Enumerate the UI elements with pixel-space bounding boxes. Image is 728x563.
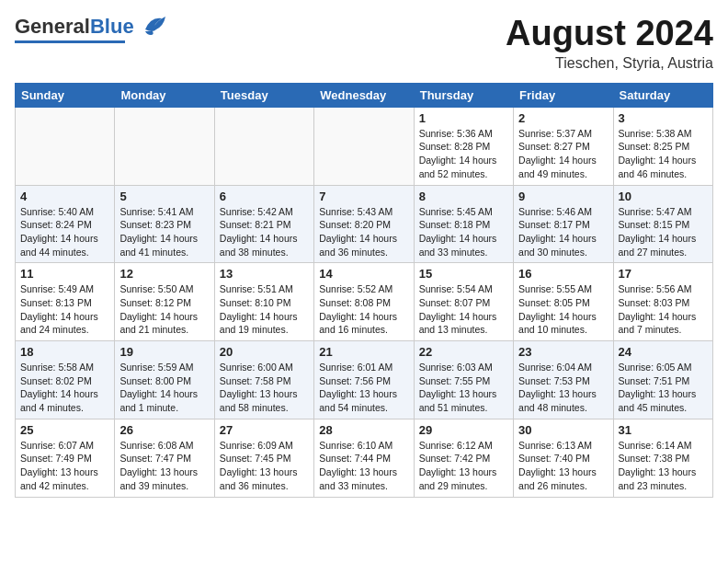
- day-info: Sunrise: 6:10 AM Sunset: 7:44 PM Dayligh…: [319, 439, 408, 493]
- calendar-day-17: 17Sunrise: 5:56 AM Sunset: 8:03 PM Dayli…: [613, 263, 712, 341]
- day-number: 24: [619, 345, 708, 359]
- logo: GeneralBlue: [15, 15, 169, 43]
- day-number: 25: [20, 423, 109, 437]
- calendar-empty-cell: [214, 107, 313, 185]
- day-number: 19: [119, 345, 209, 359]
- day-info: Sunrise: 6:08 AM Sunset: 7:47 PM Dayligh…: [119, 439, 209, 493]
- day-number: 27: [220, 423, 309, 437]
- day-number: 20: [220, 345, 309, 359]
- calendar-day-6: 6Sunrise: 5:42 AM Sunset: 8:21 PM Daylig…: [214, 185, 313, 263]
- day-number: 5: [119, 190, 209, 203]
- day-info: Sunrise: 6:05 AM Sunset: 7:51 PM Dayligh…: [619, 361, 708, 415]
- calendar-day-12: 12Sunrise: 5:50 AM Sunset: 8:12 PM Dayli…: [115, 263, 214, 341]
- weekday-header-tuesday: Tuesday: [214, 83, 313, 107]
- day-info: Sunrise: 5:42 AM Sunset: 8:21 PM Dayligh…: [220, 205, 309, 259]
- day-info: Sunrise: 6:01 AM Sunset: 7:56 PM Dayligh…: [319, 361, 408, 415]
- calendar-day-14: 14Sunrise: 5:52 AM Sunset: 8:08 PM Dayli…: [314, 263, 414, 341]
- day-info: Sunrise: 5:56 AM Sunset: 8:03 PM Dayligh…: [619, 282, 708, 337]
- day-info: Sunrise: 5:40 AM Sunset: 8:24 PM Dayligh…: [20, 205, 109, 259]
- day-info: Sunrise: 5:45 AM Sunset: 8:18 PM Dayligh…: [419, 205, 508, 259]
- day-number: 11: [20, 267, 109, 281]
- calendar-day-4: 4Sunrise: 5:40 AM Sunset: 8:24 PM Daylig…: [16, 185, 115, 263]
- calendar-week-row: 18Sunrise: 5:58 AM Sunset: 8:02 PM Dayli…: [16, 341, 713, 419]
- day-number: 26: [119, 423, 209, 437]
- calendar-day-7: 7Sunrise: 5:43 AM Sunset: 8:20 PM Daylig…: [314, 185, 414, 263]
- calendar-day-10: 10Sunrise: 5:47 AM Sunset: 8:15 PM Dayli…: [613, 185, 712, 263]
- day-info: Sunrise: 5:47 AM Sunset: 8:15 PM Dayligh…: [619, 205, 708, 259]
- calendar-day-9: 9Sunrise: 5:46 AM Sunset: 8:17 PM Daylig…: [514, 185, 613, 263]
- calendar-day-16: 16Sunrise: 5:55 AM Sunset: 8:05 PM Dayli…: [514, 263, 613, 341]
- calendar-week-row: 1Sunrise: 5:36 AM Sunset: 8:28 PM Daylig…: [16, 107, 713, 185]
- calendar-day-21: 21Sunrise: 6:01 AM Sunset: 7:56 PM Dayli…: [314, 341, 414, 419]
- day-info: Sunrise: 6:12 AM Sunset: 7:42 PM Dayligh…: [419, 439, 508, 493]
- day-number: 3: [619, 111, 708, 125]
- day-info: Sunrise: 5:58 AM Sunset: 8:02 PM Dayligh…: [20, 361, 109, 415]
- weekday-header-thursday: Thursday: [414, 83, 513, 107]
- day-number: 16: [518, 267, 608, 281]
- day-info: Sunrise: 5:55 AM Sunset: 8:05 PM Dayligh…: [518, 282, 608, 337]
- day-info: Sunrise: 5:59 AM Sunset: 8:00 PM Dayligh…: [119, 361, 209, 415]
- weekday-header-friday: Friday: [514, 83, 613, 107]
- day-number: 28: [319, 423, 408, 437]
- day-info: Sunrise: 5:43 AM Sunset: 8:20 PM Dayligh…: [319, 205, 408, 259]
- day-number: 18: [20, 345, 109, 359]
- weekday-header-saturday: Saturday: [613, 83, 712, 107]
- day-number: 8: [419, 190, 508, 203]
- calendar-day-23: 23Sunrise: 6:04 AM Sunset: 7:53 PM Dayli…: [514, 341, 613, 419]
- day-number: 12: [119, 267, 209, 281]
- day-info: Sunrise: 6:03 AM Sunset: 7:55 PM Dayligh…: [419, 361, 508, 415]
- weekday-header-sunday: Sunday: [16, 83, 115, 107]
- calendar-day-26: 26Sunrise: 6:08 AM Sunset: 7:47 PM Dayli…: [115, 419, 214, 497]
- calendar-empty-cell: [115, 107, 214, 185]
- day-info: Sunrise: 5:49 AM Sunset: 8:13 PM Dayligh…: [20, 282, 109, 337]
- calendar-week-row: 4Sunrise: 5:40 AM Sunset: 8:24 PM Daylig…: [16, 185, 713, 263]
- calendar-day-20: 20Sunrise: 6:00 AM Sunset: 7:58 PM Dayli…: [214, 341, 313, 419]
- calendar-empty-cell: [314, 107, 414, 185]
- day-number: 23: [518, 345, 608, 359]
- day-info: Sunrise: 5:51 AM Sunset: 8:10 PM Dayligh…: [220, 282, 309, 337]
- title-block: August 2024 Tieschen, Styria, Austria: [506, 15, 713, 72]
- page-header: GeneralBlue August 2024 Tieschen, Styria…: [15, 15, 713, 72]
- calendar-day-15: 15Sunrise: 5:54 AM Sunset: 8:07 PM Dayli…: [414, 263, 513, 341]
- day-number: 7: [319, 190, 408, 203]
- day-info: Sunrise: 5:36 AM Sunset: 8:28 PM Dayligh…: [419, 127, 508, 181]
- day-info: Sunrise: 5:37 AM Sunset: 8:27 PM Dayligh…: [518, 127, 608, 181]
- calendar-day-18: 18Sunrise: 5:58 AM Sunset: 8:02 PM Dayli…: [16, 341, 115, 419]
- day-info: Sunrise: 5:50 AM Sunset: 8:12 PM Dayligh…: [119, 282, 209, 337]
- calendar-day-11: 11Sunrise: 5:49 AM Sunset: 8:13 PM Dayli…: [16, 263, 115, 341]
- day-number: 30: [518, 423, 608, 437]
- day-info: Sunrise: 5:46 AM Sunset: 8:17 PM Dayligh…: [518, 205, 608, 259]
- calendar-day-30: 30Sunrise: 6:13 AM Sunset: 7:40 PM Dayli…: [514, 419, 613, 497]
- calendar-day-28: 28Sunrise: 6:10 AM Sunset: 7:44 PM Dayli…: [314, 419, 414, 497]
- day-info: Sunrise: 5:38 AM Sunset: 8:25 PM Dayligh…: [619, 127, 708, 181]
- day-number: 15: [419, 267, 508, 281]
- day-info: Sunrise: 6:09 AM Sunset: 7:45 PM Dayligh…: [220, 439, 309, 493]
- calendar-day-22: 22Sunrise: 6:03 AM Sunset: 7:55 PM Dayli…: [414, 341, 513, 419]
- month-title: August 2024: [506, 15, 713, 53]
- calendar-day-3: 3Sunrise: 5:38 AM Sunset: 8:25 PM Daylig…: [613, 107, 712, 185]
- calendar-day-13: 13Sunrise: 5:51 AM Sunset: 8:10 PM Dayli…: [214, 263, 313, 341]
- day-info: Sunrise: 5:52 AM Sunset: 8:08 PM Dayligh…: [319, 282, 408, 337]
- day-number: 4: [20, 190, 109, 203]
- day-number: 14: [319, 267, 408, 281]
- location-title: Tieschen, Styria, Austria: [506, 55, 713, 72]
- calendar-week-row: 11Sunrise: 5:49 AM Sunset: 8:13 PM Dayli…: [16, 263, 713, 341]
- day-info: Sunrise: 6:04 AM Sunset: 7:53 PM Dayligh…: [518, 361, 608, 415]
- weekday-header-wednesday: Wednesday: [314, 83, 414, 107]
- day-number: 22: [419, 345, 508, 359]
- day-number: 2: [518, 111, 608, 125]
- day-number: 13: [220, 267, 309, 281]
- calendar-day-1: 1Sunrise: 5:36 AM Sunset: 8:28 PM Daylig…: [414, 107, 513, 185]
- calendar-day-27: 27Sunrise: 6:09 AM Sunset: 7:45 PM Dayli…: [214, 419, 313, 497]
- day-info: Sunrise: 5:41 AM Sunset: 8:23 PM Dayligh…: [119, 205, 209, 259]
- day-number: 29: [419, 423, 508, 437]
- calendar-empty-cell: [16, 107, 115, 185]
- day-number: 6: [220, 190, 309, 203]
- day-number: 10: [619, 190, 708, 203]
- day-info: Sunrise: 5:54 AM Sunset: 8:07 PM Dayligh…: [419, 282, 508, 337]
- calendar-day-24: 24Sunrise: 6:05 AM Sunset: 7:51 PM Dayli…: [613, 341, 712, 419]
- calendar-week-row: 25Sunrise: 6:07 AM Sunset: 7:49 PM Dayli…: [16, 419, 713, 497]
- day-info: Sunrise: 6:07 AM Sunset: 7:49 PM Dayligh…: [20, 439, 109, 493]
- weekday-header-row: SundayMondayTuesdayWednesdayThursdayFrid…: [16, 83, 713, 107]
- day-number: 31: [619, 423, 708, 437]
